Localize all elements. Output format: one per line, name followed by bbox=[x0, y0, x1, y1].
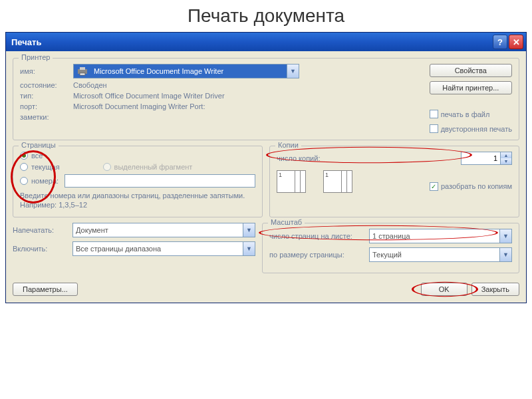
dialog-title: Печать bbox=[11, 37, 491, 47]
spinner-up-icon[interactable]: ▲ bbox=[501, 152, 511, 158]
titlebar: Печать ? ✕ bbox=[6, 33, 526, 51]
spinner-down-icon[interactable]: ▼ bbox=[501, 158, 511, 164]
copies-input[interactable] bbox=[461, 152, 501, 165]
scale-group-title: Масштаб bbox=[268, 218, 305, 226]
status-value: Свободен bbox=[73, 81, 423, 89]
radio-icon bbox=[20, 152, 28, 160]
chevron-down-icon: ▼ bbox=[243, 223, 255, 237]
params-button[interactable]: Параметры... bbox=[13, 283, 78, 296]
close-button[interactable]: ✕ bbox=[509, 35, 523, 49]
ok-button[interactable]: OK bbox=[421, 283, 467, 296]
type-value: Microsoft Office Document Image Writer D… bbox=[73, 92, 423, 100]
pages-all-radio[interactable]: все bbox=[20, 152, 255, 160]
help-button[interactable]: ? bbox=[493, 35, 507, 49]
page-numbers-input[interactable] bbox=[65, 174, 255, 188]
collate-checkbox[interactable]: ✓разобрать по копиям bbox=[430, 182, 512, 191]
pages-hint: Введите номера или диапазоны страниц, ра… bbox=[20, 191, 255, 210]
copies-group: Копии число копий: ▲▼ 321 321 ✓разобра bbox=[269, 146, 519, 217]
chevron-down-icon: ▼ bbox=[243, 242, 255, 255]
properties-button[interactable]: Свойства bbox=[430, 64, 512, 77]
svg-rect-2 bbox=[80, 73, 85, 75]
chevron-down-icon: ▼ bbox=[499, 248, 511, 261]
pages-selection-radio: выделенный фрагмент bbox=[103, 163, 193, 171]
copies-spinner[interactable]: ▲▼ bbox=[461, 152, 512, 165]
fit-to-page-label: по размеру страницы: bbox=[269, 251, 369, 259]
port-value: Microsoft Document Imaging Writer Port: bbox=[73, 102, 423, 110]
copies-group-title: Копии bbox=[275, 141, 301, 149]
printer-icon bbox=[75, 65, 90, 77]
print-what-section: Напечатать: Документ▼ Включить: Все стра… bbox=[13, 223, 255, 279]
fit-to-page-combo[interactable]: Текущий▼ bbox=[369, 247, 512, 262]
svg-rect-1 bbox=[80, 67, 85, 70]
printer-name-value: Microsoft Office Document Image Writer bbox=[91, 67, 287, 75]
close-dialog-button[interactable]: Закрыть bbox=[471, 283, 519, 296]
checkbox-checked-icon: ✓ bbox=[430, 182, 438, 191]
pages-current-radio[interactable]: текущая bbox=[20, 163, 60, 171]
print-what-label: Напечатать: bbox=[13, 226, 72, 234]
find-printer-button[interactable]: Найти принтер... bbox=[430, 81, 512, 94]
pages-per-sheet-label: число страниц на листе: bbox=[269, 232, 369, 240]
radio-icon bbox=[20, 177, 28, 185]
copies-count-label: число копий: bbox=[277, 154, 320, 162]
collate-preview: 321 321 bbox=[277, 170, 356, 200]
scale-group: Масштаб число страниц на листе: 1 страни… bbox=[262, 223, 519, 273]
print-dialog: Печать ? ✕ Принтер имя: Microsoft Office… bbox=[5, 32, 527, 303]
printer-name-label: имя: bbox=[20, 67, 73, 75]
print-to-file-checkbox[interactable]: печать в файл bbox=[430, 110, 512, 118]
pages-group-title: Страницы bbox=[19, 141, 59, 149]
pages-numbers-radio[interactable]: номера: bbox=[20, 174, 255, 188]
type-label: тип: bbox=[20, 92, 73, 100]
radio-icon bbox=[103, 163, 111, 171]
page-heading: Печать документа bbox=[0, 0, 532, 32]
port-label: порт: bbox=[20, 102, 73, 110]
radio-icon bbox=[20, 163, 28, 171]
pages-per-sheet-combo[interactable]: 1 страница▼ bbox=[369, 229, 512, 243]
printer-group-title: Принтер bbox=[19, 53, 53, 61]
pages-group: Страницы все текущая выделенный фрагмент… bbox=[13, 146, 263, 217]
print-what-combo[interactable]: Документ▼ bbox=[72, 223, 255, 237]
include-label: Включить: bbox=[13, 245, 72, 253]
checkbox-icon bbox=[430, 110, 438, 118]
printer-group: Принтер имя: Microsoft Office Document I… bbox=[13, 58, 519, 140]
duplex-checkbox[interactable]: двусторонняя печать bbox=[430, 124, 512, 133]
status-label: состояние: bbox=[20, 81, 73, 89]
chevron-down-icon: ▼ bbox=[499, 229, 511, 243]
notes-label: заметки: bbox=[20, 113, 73, 121]
checkbox-icon bbox=[430, 124, 438, 133]
printer-name-combo[interactable]: Microsoft Office Document Image Writer ▼ bbox=[73, 64, 299, 78]
include-combo[interactable]: Все страницы диапазона▼ bbox=[72, 241, 255, 256]
chevron-down-icon: ▼ bbox=[287, 65, 299, 78]
